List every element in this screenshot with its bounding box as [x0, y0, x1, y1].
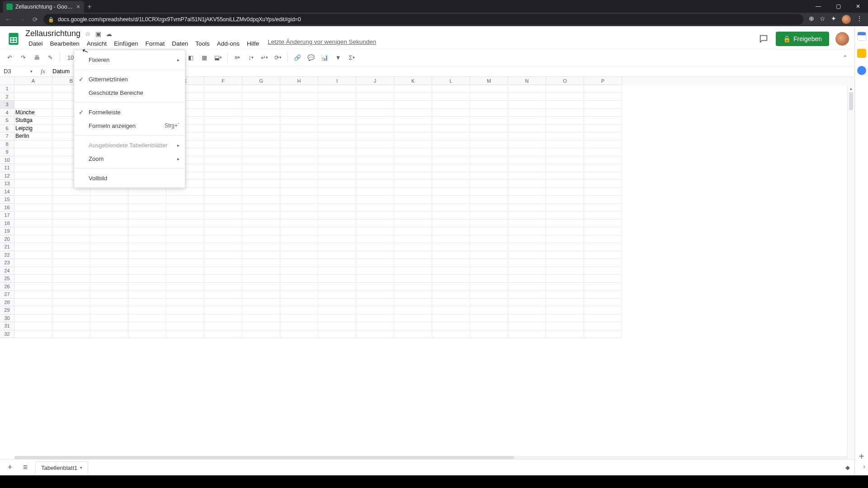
cell[interactable] [508, 299, 546, 307]
cell[interactable] [584, 148, 622, 156]
row-header[interactable]: 14 [0, 188, 14, 196]
cell[interactable] [432, 132, 470, 141]
cell[interactable] [470, 172, 508, 180]
cell[interactable] [584, 243, 622, 251]
cell[interactable] [204, 267, 242, 275]
cell[interactable] [470, 220, 508, 228]
cell[interactable] [546, 101, 584, 109]
cell[interactable]: Leipzig [14, 125, 52, 133]
cell[interactable] [470, 188, 508, 196]
row-header[interactable]: 3 [0, 101, 14, 109]
cell[interactable] [356, 125, 394, 133]
cell[interactable] [52, 283, 90, 291]
cell[interactable] [128, 227, 166, 235]
cell[interactable] [280, 109, 318, 117]
cell[interactable] [204, 196, 242, 204]
col-header-N[interactable]: N [508, 77, 546, 85]
cell[interactable] [508, 148, 546, 156]
cell[interactable] [318, 299, 356, 307]
cell[interactable] [546, 141, 584, 149]
cell[interactable] [546, 85, 584, 93]
cell[interactable] [318, 211, 356, 220]
cell[interactable] [584, 85, 622, 93]
cell[interactable] [90, 306, 128, 314]
cell[interactable] [508, 180, 546, 188]
horizontal-scrollbar[interactable] [14, 455, 847, 459]
cell[interactable] [394, 220, 432, 228]
cell[interactable] [52, 259, 90, 267]
cell[interactable] [394, 156, 432, 164]
move-icon[interactable]: ▣ [95, 30, 101, 38]
cell[interactable] [242, 314, 280, 323]
cell[interactable] [508, 306, 546, 314]
cell[interactable] [90, 188, 128, 196]
cell[interactable] [14, 251, 52, 259]
row-header[interactable]: 21 [0, 243, 14, 251]
cell[interactable] [14, 259, 52, 267]
row-header[interactable]: 4 [0, 109, 14, 117]
cell[interactable] [242, 125, 280, 133]
cell[interactable] [432, 196, 470, 204]
browser-tab[interactable]: Zellausrichtung - Google Tabelle... ✕ [3, 1, 84, 13]
row-header[interactable]: 7 [0, 132, 14, 141]
cell[interactable] [432, 243, 470, 251]
row-header[interactable]: 15 [0, 196, 14, 204]
cell[interactable] [204, 227, 242, 235]
cell[interactable] [280, 259, 318, 267]
cell[interactable] [166, 330, 204, 338]
cell[interactable] [242, 220, 280, 228]
cell[interactable] [242, 283, 280, 291]
cell[interactable] [508, 283, 546, 291]
cell[interactable] [470, 211, 508, 220]
cell[interactable] [546, 251, 584, 259]
chart-button[interactable]: 📊 [319, 52, 330, 63]
cell[interactable] [584, 299, 622, 307]
cell[interactable] [318, 156, 356, 164]
cell[interactable] [280, 180, 318, 188]
col-header-I[interactable]: I [318, 77, 356, 85]
cell[interactable] [166, 275, 204, 283]
cell[interactable] [52, 235, 90, 244]
cell[interactable] [508, 291, 546, 299]
row-header[interactable]: 31 [0, 322, 14, 330]
new-tab-button[interactable]: + [84, 1, 95, 13]
keep-icon[interactable] [857, 49, 866, 58]
cell[interactable] [508, 117, 546, 125]
cell[interactable] [508, 322, 546, 330]
cell[interactable] [128, 251, 166, 259]
cell[interactable] [242, 180, 280, 188]
row-header[interactable]: 8 [0, 141, 14, 149]
profile-avatar[interactable] [842, 15, 851, 24]
cell[interactable] [166, 299, 204, 307]
cell[interactable] [508, 267, 546, 275]
cell[interactable] [242, 330, 280, 338]
cell[interactable] [204, 283, 242, 291]
cell[interactable] [242, 101, 280, 109]
menu-addons[interactable]: Add-ons [214, 38, 243, 49]
cell[interactable] [128, 259, 166, 267]
cell[interactable] [508, 101, 546, 109]
cell[interactable] [242, 299, 280, 307]
last-edit-link[interactable]: Letzte Änderung vor wenigen Sekunden [268, 38, 376, 49]
cell[interactable] [432, 220, 470, 228]
cell[interactable] [584, 204, 622, 212]
cell[interactable] [356, 180, 394, 188]
cell[interactable] [14, 85, 52, 93]
cell[interactable] [14, 180, 52, 188]
cell[interactable] [470, 196, 508, 204]
cell[interactable] [508, 227, 546, 235]
cell[interactable] [204, 141, 242, 149]
cell[interactable] [546, 259, 584, 267]
cell[interactable] [204, 314, 242, 323]
cell[interactable] [90, 283, 128, 291]
cell[interactable] [432, 109, 470, 117]
cell[interactable] [356, 314, 394, 323]
row-header[interactable]: 29 [0, 306, 14, 314]
cell[interactable] [356, 172, 394, 180]
cell[interactable] [280, 227, 318, 235]
cell[interactable] [584, 314, 622, 323]
cell[interactable] [242, 156, 280, 164]
cell[interactable] [128, 243, 166, 251]
cell[interactable] [508, 251, 546, 259]
cell[interactable] [394, 188, 432, 196]
